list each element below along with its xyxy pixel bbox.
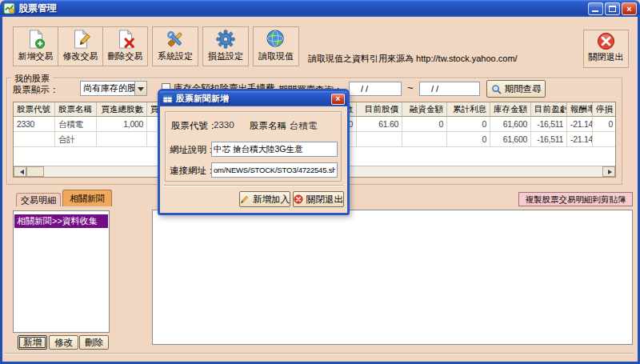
date-from-input[interactable] xyxy=(349,82,402,96)
stock-name-label: 股票名稱： xyxy=(250,120,296,132)
period-search-label: 期間查尋 xyxy=(505,83,542,95)
toolbar-button-label: 讀取現值 xyxy=(258,50,294,62)
tab-transaction-detail[interactable]: 交易明細 xyxy=(16,193,61,206)
news-list-selected-item[interactable]: 相關新聞>>資料收集 xyxy=(14,214,108,228)
gear-icon xyxy=(215,29,236,50)
window-controls: × xyxy=(588,2,637,15)
toolbar-button-label: 刪除交易 xyxy=(108,50,143,62)
dialog-add-button[interactable]: 新增加入 xyxy=(239,191,290,207)
table-cell: 61,600 xyxy=(490,132,531,147)
stock-code-label: 股票代號： xyxy=(171,120,218,132)
column-header[interactable]: 報酬率 xyxy=(567,102,593,117)
add-transaction-button[interactable]: 新增交易 xyxy=(13,26,58,66)
doc-pencil-icon xyxy=(70,29,91,50)
toolbar-button-label: 關閉退出 xyxy=(589,51,624,63)
column-header[interactable]: 目前股價 xyxy=(357,102,402,117)
scroll-right-button[interactable] xyxy=(602,166,615,177)
combo-dropdown-button[interactable] xyxy=(134,82,146,95)
tab-related-news[interactable]: 相關新聞 xyxy=(62,190,112,206)
my-stocks-group-title: 我的股票 xyxy=(11,73,53,85)
table-cell: -16,511 xyxy=(531,132,567,147)
news-listbox[interactable]: 相關新聞>>資料收集 xyxy=(13,210,110,333)
table-cell: 0 xyxy=(447,117,490,132)
column-header[interactable]: 買進總股數 xyxy=(97,102,147,117)
news-delete-button[interactable]: 刪除 xyxy=(79,335,109,350)
column-header[interactable]: 庫存金額 xyxy=(490,102,531,117)
stock-display-value: 尚有庫存的股票 xyxy=(81,82,134,95)
profit-loss-settings-button[interactable]: 損益設定 xyxy=(202,26,249,66)
globe-icon xyxy=(266,29,286,50)
stock-display-combobox[interactable]: 尚有庫存的股票 xyxy=(80,81,147,96)
period-search-button[interactable]: 期間查尋 xyxy=(486,80,546,98)
news-edit-button[interactable]: 修改 xyxy=(49,335,78,350)
scroll-left-button[interactable] xyxy=(14,166,26,177)
table-cell: -21.14% xyxy=(567,117,593,132)
app-window: 股票管理 × 新增交易 修改交易 刪除交易 系統設定 損益設定 讀取現值 讀取現… xyxy=(0,0,640,364)
table-cell: 0 xyxy=(447,132,490,147)
table-cell xyxy=(97,132,147,147)
stock-code-value: 2330 xyxy=(214,120,234,130)
table-cell: 61.60 xyxy=(357,117,402,132)
minimize-button[interactable] xyxy=(588,2,603,15)
dialog-title-bar: 股票新聞新增 × xyxy=(160,91,347,106)
system-settings-button[interactable]: 系統設定 xyxy=(152,26,198,66)
date-to-input[interactable] xyxy=(419,82,480,96)
stock-display-label: 股票顯示： xyxy=(13,84,59,96)
delete-transaction-button[interactable]: 刪除交易 xyxy=(102,26,148,66)
doc-delete-icon xyxy=(115,29,136,50)
app-icon xyxy=(3,2,15,14)
red-close-icon xyxy=(294,194,303,204)
table-cell: 2330 xyxy=(14,117,55,132)
toolbar-button-label: 損益設定 xyxy=(208,50,243,62)
table-cell: -21.14% xyxy=(567,132,593,147)
doc-plus-icon xyxy=(26,29,46,50)
column-header[interactable]: 停損 xyxy=(593,102,616,117)
dialog-title: 股票新聞新增 xyxy=(176,93,229,105)
arrow-right-icon xyxy=(608,170,614,174)
table-cell xyxy=(14,132,55,147)
column-header[interactable]: 股票代號 xyxy=(14,102,55,117)
news-add-button[interactable]: 新增 xyxy=(18,335,47,350)
copy-to-clipboard-button[interactable]: 複製股票交易明細到剪貼簿 xyxy=(518,192,633,206)
scrollbar-thumb[interactable] xyxy=(26,166,44,177)
data-source-note: 讀取現值之資料引用來源為 http://tw.stock.yahoo.com/ xyxy=(308,53,518,65)
close-exit-button[interactable]: 關閉退出 xyxy=(583,30,629,68)
dialog-close-exit-button[interactable]: 關閉退出 xyxy=(293,191,344,207)
url-desc-label: 網址說明： xyxy=(170,144,216,156)
search-icon xyxy=(491,84,502,94)
read-current-value-button[interactable]: 讀取現值 xyxy=(253,26,299,66)
column-header[interactable]: 股票名稱 xyxy=(55,102,97,117)
close-icon: × xyxy=(626,4,631,14)
arrow-left-icon xyxy=(18,170,24,174)
link-url-label: 連接網址： xyxy=(170,165,216,177)
table-cell: 台積電 xyxy=(55,117,97,132)
dialog-add-label: 新增加入 xyxy=(253,194,290,206)
maximize-icon xyxy=(609,6,616,12)
column-header[interactable]: 累計利息 xyxy=(447,102,490,117)
dialog-close-button[interactable]: × xyxy=(331,94,345,105)
dialog-body: 股票代號： 2330 股票名稱： 台積電 網址說明： 連接網址： 新增加入 關閉… xyxy=(160,106,347,213)
column-header[interactable]: 融資金額 xyxy=(402,102,447,117)
table-cell: 合計 xyxy=(55,132,97,147)
toolbar-button-label: 修改交易 xyxy=(63,50,98,62)
window-border-left xyxy=(0,17,2,364)
table-cell xyxy=(593,132,616,147)
stock-news-add-dialog: 股票新聞新增 × 股票代號： 2330 股票名稱： 台積電 網址說明： 連接網址… xyxy=(158,89,350,215)
table-cell xyxy=(402,132,447,147)
modify-transaction-button[interactable]: 修改交易 xyxy=(58,26,103,66)
minimize-icon xyxy=(592,10,598,12)
toolbar-button-label: 系統設定 xyxy=(158,50,193,62)
table-cell: -16,511 xyxy=(531,117,567,132)
pencil-icon xyxy=(240,194,250,204)
window-title: 股票管理 xyxy=(18,2,57,15)
news-content-panel[interactable] xyxy=(152,210,633,345)
close-button[interactable]: × xyxy=(622,2,637,15)
red-close-icon xyxy=(597,32,615,50)
maximize-button[interactable] xyxy=(605,2,620,15)
close-icon: × xyxy=(336,94,341,103)
link-url-input[interactable] xyxy=(211,162,338,178)
toolbar-button-label: 新增交易 xyxy=(18,50,54,62)
column-header[interactable]: 目前盈虧 xyxy=(531,102,567,117)
bottom-divider xyxy=(5,353,634,354)
url-desc-input[interactable] xyxy=(211,142,338,157)
